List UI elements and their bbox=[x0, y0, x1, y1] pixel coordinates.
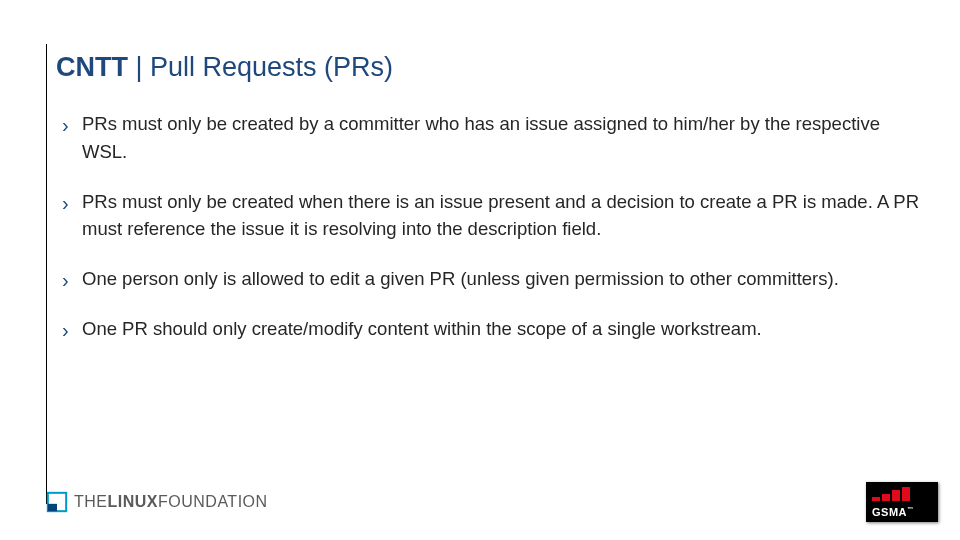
list-item: One PR should only create/modify content… bbox=[62, 315, 922, 343]
slide-title: CNTT | Pull Requests (PRs) bbox=[56, 52, 393, 83]
linux-foundation-icon bbox=[46, 491, 68, 513]
list-item: PRs must only be created when there is a… bbox=[62, 188, 922, 244]
gsma-logo: GSMA™ bbox=[866, 482, 938, 522]
svg-rect-1 bbox=[48, 504, 57, 511]
slide-footer: THELINUXFOUNDATION GSMA™ bbox=[46, 482, 938, 522]
title-separator: | bbox=[128, 52, 150, 82]
title-bold: CNTT bbox=[56, 52, 128, 82]
gsma-bars-icon bbox=[872, 487, 932, 501]
list-item: One person only is allowed to edit a giv… bbox=[62, 265, 922, 293]
bullet-list: PRs must only be created by a committer … bbox=[62, 110, 922, 365]
linux-foundation-logo: THELINUXFOUNDATION bbox=[46, 491, 268, 513]
slide-accent-rule bbox=[46, 44, 47, 504]
title-rest: Pull Requests (PRs) bbox=[150, 52, 393, 82]
gsma-label: GSMA™ bbox=[872, 506, 932, 518]
linux-foundation-text: THELINUXFOUNDATION bbox=[74, 493, 268, 511]
list-item: PRs must only be created by a committer … bbox=[62, 110, 922, 166]
